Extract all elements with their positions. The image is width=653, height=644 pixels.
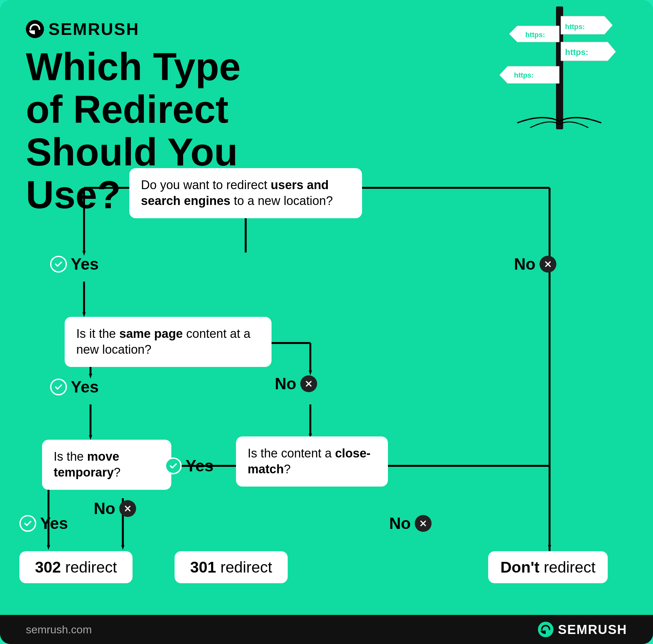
svg-text:https:: https: — [565, 23, 585, 31]
svg-point-47 — [538, 622, 553, 637]
x-icon-4 — [119, 500, 136, 517]
x-icon-1 — [539, 256, 556, 272]
yes-2-label: Yes — [50, 378, 99, 396]
result-302-box: 302 redirect — [19, 551, 132, 583]
question-4-box: Is the move temporary? — [42, 440, 171, 490]
svg-text:https:: https: — [514, 71, 534, 79]
svg-text:https:: https: — [525, 31, 545, 39]
x-icon-2 — [300, 375, 317, 392]
result-dont-box: Don't redirect — [488, 551, 608, 583]
semrush-logo-icon — [26, 20, 44, 38]
svg-marker-30 — [82, 312, 86, 317]
svg-marker-33 — [89, 435, 92, 440]
no-3-label: No — [389, 514, 432, 533]
no-2-label: No — [275, 374, 317, 393]
footer-url: semrush.com — [26, 623, 92, 636]
main-background: SEMRUSH Which Type of Redirect Should Yo… — [0, 0, 653, 644]
question-1-box: Do you want to redirect users and search… — [129, 168, 362, 218]
footer-logo-icon — [538, 622, 553, 637]
no-4-label: No — [94, 499, 136, 518]
check-icon-4 — [19, 515, 36, 532]
footer: semrush.com SEMRUSH — [0, 615, 653, 644]
footer-logo-text: SEMRUSH — [558, 622, 627, 637]
check-icon-1 — [50, 256, 67, 272]
yes-1-label: Yes — [50, 255, 99, 273]
svg-text:https:: https: — [565, 47, 588, 57]
svg-point-0 — [26, 20, 44, 38]
svg-marker-38 — [121, 545, 124, 550]
header-logo: SEMRUSH — [26, 19, 139, 39]
check-icon-2 — [50, 379, 67, 396]
header-logo-text: SEMRUSH — [48, 19, 139, 39]
yes-3-label: Yes — [165, 456, 213, 475]
question-2-box: Is it the same page content at a new loc… — [65, 317, 271, 367]
signpost-illustration: https: https: https: https: — [491, 6, 627, 129]
result-301-box: 301 redirect — [174, 551, 288, 583]
footer-logo: SEMRUSH — [538, 622, 627, 637]
flowchart: Do you want to redirect users and search… — [0, 159, 653, 612]
question-3-box: Is the content a close-match? — [236, 436, 388, 486]
yes-4-label: Yes — [19, 514, 68, 533]
x-icon-3 — [415, 515, 432, 532]
no-1-label: No — [514, 255, 556, 273]
check-icon-3 — [165, 457, 182, 474]
svg-marker-37 — [47, 545, 50, 550]
svg-marker-36 — [548, 545, 551, 550]
signpost-svg: https: https: https: https: — [491, 6, 627, 129]
